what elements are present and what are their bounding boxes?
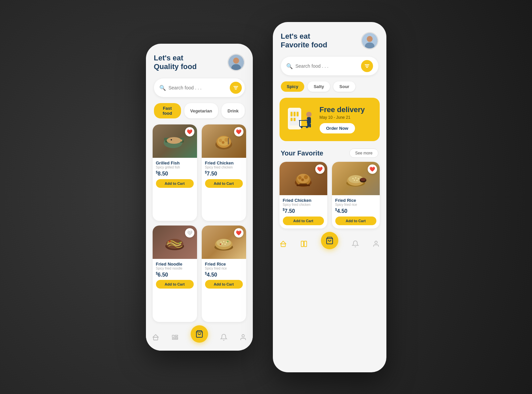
left-food-grid: ❤️ Grilled Fish Spicy grilled fish $8.50… [146, 121, 253, 325]
svg-point-27 [223, 241, 224, 242]
svg-point-28 [226, 242, 227, 243]
fav-sub-fried-rice: Spicy fried rice [335, 203, 376, 207]
right-phone: Let's eat Favorite food 🔍 [273, 22, 386, 372]
left-filter-button[interactable] [230, 82, 242, 94]
add-cart-grilled-fish[interactable]: Add to Cart [156, 179, 194, 188]
nav-cart-button[interactable] [191, 325, 208, 343]
add-cart-fried-rice[interactable]: Add to Cart [205, 280, 243, 289]
order-now-button[interactable]: Order Now [320, 123, 355, 133]
nav-menu-right[interactable] [300, 240, 308, 248]
fried-rice-illustration [210, 229, 237, 256]
food-price-fried-rice: $4.50 [205, 272, 243, 278]
food-info-grilled-fish: Grilled Fish Spicy grilled fish $8.50 Ad… [153, 158, 197, 191]
svg-point-30 [224, 244, 226, 245]
food-image-fried-noodle: 🤍 [153, 226, 197, 259]
fav-price-fried-rice: $4.50 [335, 208, 376, 214]
svg-rect-81 [301, 241, 303, 247]
add-cart-fried-noodle[interactable]: Add to Cart [156, 280, 194, 289]
search-icon: 🔍 [159, 85, 166, 91]
svg-rect-56 [309, 124, 311, 127]
tab-fast-food[interactable]: Fast food [154, 103, 181, 118]
search-icon-right: 🔍 [286, 63, 293, 69]
home-icon [152, 334, 159, 341]
cart-icon-right [326, 237, 334, 245]
tab-vegetarian[interactable]: Vegetarian [184, 103, 218, 118]
svg-point-41 [367, 36, 373, 42]
heart-fav-chicken[interactable]: ❤️ [315, 164, 325, 174]
cart-icon [195, 330, 203, 338]
avatar-svg [228, 54, 244, 71]
nav-cart-button-right[interactable] [321, 232, 338, 249]
heart-fried-noodle[interactable]: 🤍 [185, 228, 194, 238]
left-title-line1: Let's eat [154, 54, 197, 62]
see-more-button[interactable]: See more [349, 148, 378, 158]
right-search-bar: 🔍 [281, 57, 378, 75]
svg-rect-37 [172, 338, 178, 339]
right-header-title: Let's eat Favorite food [281, 32, 327, 50]
svg-point-66 [304, 175, 308, 179]
add-cart-fried-chicken[interactable]: Add to Cart [205, 179, 243, 188]
fav-chicken-illustration [290, 165, 317, 192]
user-icon-right [372, 240, 380, 248]
heart-fav-rice[interactable]: ❤️ [368, 164, 377, 174]
svg-rect-35 [175, 335, 178, 336]
right-category-tabs: Spicy Salty Sour [273, 79, 386, 94]
left-header: Let's eat Quality food [146, 44, 253, 75]
fav-name-fried-rice: Fried Rice [335, 198, 376, 203]
food-info-fried-noodle: Fried Noodle Spicy fried noodle $6.50 Ad… [153, 259, 197, 292]
svg-rect-18 [228, 138, 229, 144]
heart-grilled-fish[interactable]: ❤️ [185, 127, 194, 136]
svg-point-22 [179, 242, 180, 244]
nav-notifications-right[interactable] [352, 240, 359, 248]
menu-icon [171, 334, 179, 341]
left-search-input[interactable] [169, 85, 227, 90]
right-avatar[interactable] [361, 32, 378, 49]
tab-salty[interactable]: Salty [308, 81, 330, 92]
tab-drink[interactable]: Drink [221, 103, 244, 118]
heart-fried-rice[interactable]: ❤️ [234, 228, 243, 238]
left-category-tabs: Fast food Vegetarian Drink [146, 100, 253, 121]
right-search-input[interactable] [296, 63, 358, 69]
svg-point-2 [231, 64, 240, 71]
favorites-grid: ❤️ Fried Chicken Spicy fried chicken $7.… [273, 160, 386, 232]
heart-fried-chicken[interactable]: ❤️ [234, 127, 243, 136]
nav-home[interactable] [152, 334, 159, 341]
left-avatar[interactable] [227, 54, 245, 71]
svg-rect-50 [297, 112, 299, 116]
fried-noodle-illustration [161, 229, 188, 256]
right-filter-button[interactable] [361, 60, 373, 72]
promo-text: Free delivery May 10 - June 21 Order Now [320, 106, 373, 133]
svg-point-32 [227, 241, 228, 242]
svg-rect-51 [291, 118, 293, 121]
food-card-fried-chicken: ❤️ Fried Chicken Spicy fried chicken $7.… [202, 124, 246, 221]
svg-point-42 [365, 42, 374, 49]
left-phone: Let's eat Quality food 🔍 [146, 44, 253, 351]
food-price-fried-chicken: $7.50 [205, 170, 243, 177]
nav-menu[interactable] [171, 334, 179, 341]
svg-point-79 [360, 178, 366, 181]
fav-image-fried-rice: ❤️ [332, 162, 380, 195]
add-cart-fav-chicken[interactable]: Add to Cart [283, 217, 324, 225]
nav-profile-right[interactable] [372, 240, 380, 248]
filter-icon-right [364, 63, 370, 69]
food-card-fried-rice: ❤️ Fried Rice Spicy fried rice $4.50 Add… [202, 226, 246, 322]
svg-rect-52 [294, 118, 296, 121]
bell-icon [220, 334, 227, 341]
svg-point-73 [352, 178, 354, 179]
fav-card-fried-rice: ❤️ Fried Rice Spicy fried rice $4.50 Add… [332, 162, 380, 228]
nav-home-right[interactable] [280, 240, 287, 248]
nav-profile[interactable] [239, 334, 247, 341]
svg-rect-82 [304, 241, 306, 247]
tab-spicy[interactable]: Spicy [281, 81, 305, 92]
delivery-illustration [286, 104, 316, 134]
food-name-fried-noodle: Fried Noodle [156, 262, 194, 267]
nav-notifications[interactable] [220, 334, 227, 341]
add-cart-fav-rice[interactable]: Add to Cart [335, 217, 376, 225]
tab-sour[interactable]: Sour [333, 81, 355, 92]
svg-point-75 [358, 178, 359, 179]
svg-point-67 [301, 178, 304, 181]
left-header-title: Let's eat Quality food [154, 54, 197, 71]
fav-info-fried-chicken: Fried Chicken Spicy fried chicken $7.50 … [280, 195, 327, 228]
svg-point-65 [298, 176, 302, 179]
svg-rect-80 [281, 244, 285, 247]
